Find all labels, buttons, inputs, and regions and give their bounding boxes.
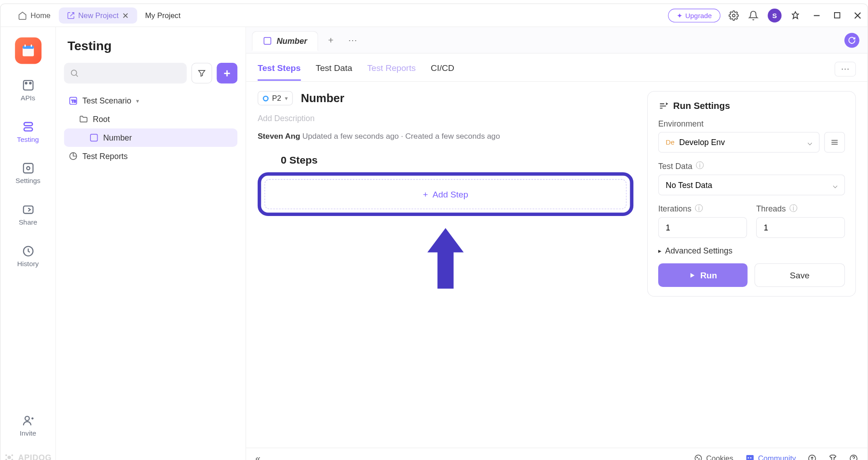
subnav-more-button[interactable]: ⋯ [835, 61, 856, 76]
rail-history-label: History [17, 260, 39, 268]
svg-point-24 [71, 70, 77, 75]
project-tab-active[interactable]: New Project ✕ [59, 7, 137, 23]
run-settings-icon [658, 101, 669, 111]
doc-tab-number[interactable]: Number [252, 31, 318, 52]
description-input[interactable]: Add Description [258, 113, 633, 122]
priority-selector[interactable]: P2 ▾ [258, 91, 293, 105]
tree-root-label: Root [93, 115, 110, 124]
tree-test-reports[interactable]: Test Reports [64, 147, 238, 165]
close-window-icon[interactable] [854, 11, 862, 19]
rail-invite-label: Invite [20, 429, 37, 437]
home-tab[interactable]: Home [10, 7, 59, 23]
run-button[interactable]: Run [658, 263, 748, 287]
history-icon [22, 245, 34, 258]
tree-test-scenario[interactable]: TS Test Scenario ▾ [64, 92, 238, 110]
help-icon[interactable]: ⓘ [696, 161, 704, 171]
svg-rect-2 [835, 13, 840, 18]
minimize-icon[interactable] [813, 11, 821, 19]
chevron-down-icon: ⌵ [833, 180, 837, 189]
advanced-settings-toggle[interactable]: ▸ Advanced Settings [658, 246, 845, 255]
sparkle-icon: ✦ [677, 11, 683, 19]
filter-button[interactable] [191, 63, 212, 84]
scenario-icon: TS [69, 96, 78, 105]
maximize-icon[interactable] [834, 11, 841, 19]
add-button[interactable]: + [217, 63, 237, 84]
svg-marker-35 [690, 273, 694, 277]
folder-icon [79, 115, 88, 124]
close-icon[interactable]: ✕ [122, 11, 129, 20]
svg-rect-16 [23, 206, 33, 213]
upgrade-button[interactable]: ✦ Upgrade [668, 8, 721, 22]
author-name: Steven Ang [258, 132, 300, 141]
add-step-button[interactable]: + Add Step [264, 179, 627, 209]
project-tab-other[interactable]: My Project [137, 8, 189, 23]
chevron-down-icon: ▾ [285, 95, 288, 101]
rail-testing[interactable]: Testing [8, 117, 48, 147]
avatar[interactable]: S [768, 8, 782, 22]
tab-test-reports[interactable]: Test Reports [367, 62, 415, 80]
upload-icon[interactable] [807, 454, 816, 460]
rail-history[interactable]: History [8, 241, 48, 271]
svg-rect-12 [24, 122, 32, 126]
bell-icon[interactable] [748, 10, 759, 20]
community-link[interactable]: Community [745, 453, 796, 460]
tree-reports-label: Test Reports [82, 151, 127, 160]
sync-button[interactable] [844, 33, 859, 47]
svg-point-10 [25, 82, 27, 84]
help-icon[interactable] [849, 454, 858, 460]
rail-share[interactable]: Share [8, 200, 48, 230]
settings-icon [22, 162, 34, 174]
invite-icon [22, 414, 34, 427]
help-icon[interactable]: ⓘ [695, 203, 703, 214]
testdata-label: Test Data ⓘ [658, 161, 845, 171]
svg-rect-8 [30, 44, 32, 47]
save-button[interactable]: Save [755, 263, 845, 287]
env-more-button[interactable] [824, 132, 845, 153]
page-title[interactable]: Number [301, 92, 344, 105]
svg-point-19 [8, 455, 11, 459]
env-select[interactable]: De Develop Env ⌵ [658, 132, 820, 153]
tab-cicd[interactable]: CI/CD [431, 62, 454, 80]
threads-input[interactable]: 1 [756, 217, 845, 238]
chevron-down-icon: ⌵ [807, 138, 812, 147]
add-step-label: Add Step [433, 189, 468, 199]
tshirt-icon[interactable] [828, 454, 837, 460]
settings-gear-icon[interactable] [728, 10, 739, 20]
add-tab-button[interactable]: + [321, 31, 340, 49]
svg-text:TS: TS [71, 99, 76, 103]
project-tab-label: New Project [78, 11, 118, 19]
tree-root-folder[interactable]: Root [64, 110, 238, 129]
apis-icon [22, 79, 34, 92]
svg-rect-6 [22, 46, 33, 49]
meta-line: Steven Ang Updated a few seconds ago · C… [258, 132, 633, 141]
help-icon[interactable]: ⓘ [789, 203, 797, 214]
svg-point-18 [25, 416, 29, 420]
arrow-annotation [425, 223, 466, 298]
iterations-input[interactable]: 1 [658, 217, 747, 238]
testdata-select[interactable]: No Test Data ⌵ [658, 174, 845, 195]
svg-point-40 [750, 457, 752, 459]
cookies-link[interactable]: Cookies [694, 454, 733, 460]
rail-settings[interactable]: Settings [8, 159, 48, 188]
doc-tab-icon [263, 36, 272, 45]
rail-apis[interactable]: APIs [8, 75, 48, 105]
tab-test-steps[interactable]: Test Steps [258, 62, 301, 80]
env-value: Develop Env [679, 138, 725, 147]
pin-icon[interactable] [791, 11, 800, 20]
tree-scenario-label: Test Scenario [82, 96, 131, 105]
env-badge: De [666, 138, 675, 146]
tree-number-item[interactable]: Number [64, 128, 238, 147]
search-input[interactable] [64, 63, 187, 84]
svg-rect-13 [24, 128, 32, 131]
rail-invite[interactable]: Invite [8, 411, 48, 441]
svg-rect-7 [24, 44, 26, 47]
tree-number-label: Number [103, 133, 132, 142]
svg-line-25 [76, 75, 78, 77]
svg-point-11 [29, 82, 31, 84]
svg-rect-14 [23, 164, 33, 173]
collapse-sidebar-button[interactable]: « [255, 453, 260, 460]
more-tabs-button[interactable]: ⋯ [344, 31, 362, 49]
svg-point-37 [697, 457, 698, 458]
app-logo[interactable] [15, 38, 42, 64]
tab-test-data[interactable]: Test Data [316, 62, 352, 80]
